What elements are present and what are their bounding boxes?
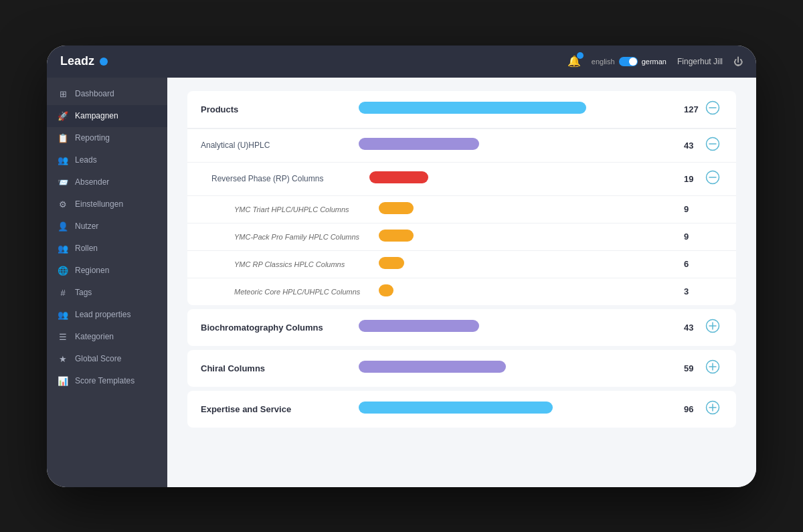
products-name: Products: [201, 104, 348, 114]
sidebar-item-kampagnen[interactable]: 🚀 Kampagnen: [47, 105, 167, 127]
header-right: 🔔 english german Fingerhut Jill ⏻: [567, 55, 743, 68]
ymc-triart-bar-area: [379, 202, 668, 217]
chiral-expand-button[interactable]: [703, 359, 723, 377]
ymc-triart-name: YMC Triart HPLC/UHPLC Columns: [221, 205, 368, 213]
ymc-rp-classics-name: YMC RP Classics HPLC Columns: [221, 260, 368, 268]
sub-analytical-uhplc: Analytical (U)HPLC 43: [187, 128, 736, 162]
dashboard-icon: ⊞: [58, 89, 68, 99]
sidebar-label-rollen: Rollen: [75, 244, 98, 253]
sidebar-item-kategorien[interactable]: ☰ Kategorien: [47, 326, 167, 348]
sidebar-item-score-templates[interactable]: 📊 Score Templates: [47, 370, 167, 392]
sidebar-item-einstellungen[interactable]: ⚙ Einstellungen: [47, 193, 167, 215]
reversed-phase-bar: [369, 171, 428, 183]
sub-sub-ymc-rp-classics: YMC RP Classics HPLC Columns 6: [187, 250, 736, 278]
header: Leadz 🔔 english german Fingerhut Jill ⏻: [47, 46, 756, 78]
absender-icon: 📨: [58, 177, 68, 187]
sidebar-item-dashboard[interactable]: ⊞ Dashboard: [47, 83, 167, 105]
ymc-rp-classics-bar-area: [379, 257, 668, 272]
sidebar-item-rollen[interactable]: 👥 Rollen: [47, 238, 167, 260]
ymc-triart-bar: [379, 202, 414, 214]
toggle-switch[interactable]: [619, 57, 638, 66]
einstellungen-icon: ⚙: [58, 199, 68, 209]
reversed-phase-name: Reversed Phase (RP) Columns: [211, 174, 359, 183]
analytical-uhplc-name: Analytical (U)HPLC: [201, 141, 348, 150]
ymc-pack-pro-count: 9: [684, 232, 703, 242]
user-name: Fingerhut Jill: [677, 57, 723, 66]
analytical-bar-area: [359, 138, 668, 153]
products-header: Products 127: [187, 91, 736, 128]
sidebar-item-tags[interactable]: # Tags: [47, 282, 167, 304]
notification-bell[interactable]: 🔔: [567, 55, 581, 68]
chiral-bar-area: [359, 361, 668, 375]
products-collapse-button[interactable]: [703, 100, 723, 118]
expertise-name: Expertise and Service: [201, 404, 348, 414]
sidebar-item-regionen[interactable]: 🌐 Regionen: [47, 260, 167, 282]
expertise-header: Expertise and Service 96: [187, 391, 736, 428]
category-products: Products 127: [187, 91, 736, 305]
logo-text: Leadz: [60, 54, 94, 68]
biochromatography-bar: [359, 320, 479, 332]
lang-german: german: [642, 58, 666, 66]
chiral-header: Chiral Columns 59: [187, 350, 736, 387]
sidebar-label-regionen: Regionen: [75, 266, 109, 275]
language-toggle[interactable]: english german: [592, 57, 666, 66]
sidebar-item-absender[interactable]: 📨 Absender: [47, 171, 167, 193]
rollen-icon: 👥: [58, 244, 68, 254]
sidebar-item-reporting[interactable]: 📋 Reporting: [47, 127, 167, 149]
analytical-collapse-button[interactable]: [703, 137, 723, 155]
sidebar-label-leads: Leads: [75, 155, 97, 165]
ymc-triart-count: 9: [684, 204, 703, 214]
sidebar-label-dashboard: Dashboard: [75, 89, 114, 98]
lang-english: english: [592, 58, 615, 66]
logo: Leadz: [60, 54, 108, 68]
ymc-pack-pro-bar-area: [379, 230, 668, 244]
sidebar-item-nutzer[interactable]: 👤 Nutzer: [47, 215, 167, 238]
logo-dot: [100, 58, 108, 66]
category-expertise: Expertise and Service 96: [187, 391, 736, 428]
sidebar-label-tags: Tags: [75, 288, 92, 297]
expertise-expand-button[interactable]: [703, 400, 723, 418]
ymc-pack-pro-name: YMC-Pack Pro Family HPLC Columns: [221, 233, 368, 241]
sidebar-item-leads[interactable]: 👥 Leads: [47, 149, 167, 171]
biochromatography-bar-area: [359, 320, 668, 335]
ymc-pack-pro-bar: [379, 230, 414, 242]
power-icon[interactable]: ⏻: [733, 56, 743, 67]
sidebar-label-absender: Absender: [75, 177, 109, 187]
expertise-bar: [359, 402, 553, 414]
meteoric-core-bar-area: [379, 284, 668, 299]
meteoric-core-name: Meteoric Core HPLC/UHPLC Columns: [221, 288, 368, 296]
biochromatography-expand-button[interactable]: [703, 319, 723, 337]
global-score-icon: ★: [58, 354, 68, 364]
biochromatography-count: 43: [684, 323, 703, 333]
sidebar-item-global-score[interactable]: ★ Global Score: [47, 348, 167, 370]
chiral-bar: [359, 361, 506, 373]
sidebar-label-nutzer: Nutzer: [75, 221, 98, 231]
biochromatography-name: Biochromatography Columns: [201, 323, 348, 333]
reversed-phase-bar-area: [369, 171, 668, 186]
sidebar-label-lead-properties: Lead properties: [75, 310, 130, 319]
category-chiral: Chiral Columns 59: [187, 350, 736, 387]
sidebar-label-kampagnen: Kampagnen: [75, 111, 118, 120]
notification-badge: [577, 52, 584, 59]
sidebar-item-lead-properties[interactable]: 👥 Lead properties: [47, 304, 167, 326]
ymc-rp-classics-bar: [379, 257, 404, 269]
lead-properties-icon: 👥: [58, 310, 68, 320]
products-bar: [359, 102, 586, 114]
main-content: Products 127: [167, 78, 756, 487]
sidebar-label-einstellungen: Einstellungen: [75, 199, 123, 209]
reversed-phase-count: 19: [684, 174, 703, 184]
products-count: 127: [684, 104, 703, 114]
biochromatography-header: Biochromatography Columns 43: [187, 309, 736, 346]
score-templates-icon: 📊: [58, 376, 68, 386]
expertise-count: 96: [684, 404, 703, 414]
ymc-rp-classics-count: 6: [684, 259, 703, 269]
reversed-phase-collapse-button[interactable]: [703, 170, 723, 188]
sidebar-label-global-score: Global Score: [75, 354, 121, 363]
sub-sub-meteoric-core: Meteoric Core HPLC/UHPLC Columns 3: [187, 278, 736, 305]
analytical-count: 43: [684, 141, 703, 151]
meteoric-core-count: 3: [684, 286, 703, 296]
sub-reversed-phase: Reversed Phase (RP) Columns 19: [187, 162, 736, 195]
leads-icon: 👥: [58, 155, 68, 165]
sidebar-label-kategorien: Kategorien: [75, 332, 114, 341]
kampagnen-icon: 🚀: [58, 111, 68, 121]
